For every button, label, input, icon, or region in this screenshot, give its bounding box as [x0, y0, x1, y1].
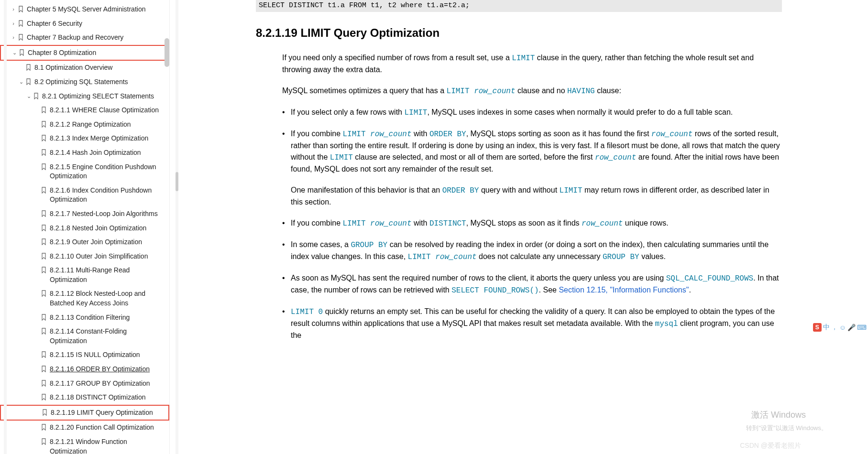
section-heading: 8.2.1.19 LIMIT Query Optimization	[256, 24, 782, 42]
toc-item-label: 8.2.1.16 ORDER BY Optimization	[50, 365, 165, 374]
toc-item[interactable]: ›Chapter 6 Security	[0, 17, 169, 31]
bookmark-icon	[40, 252, 47, 260]
bookmark-icon	[40, 327, 47, 335]
ime-toolbar[interactable]: S 中 ， ☺ 🎤 ⌨	[813, 323, 867, 332]
bookmark-icon	[40, 106, 47, 114]
list-item: In some cases, a GROUP BY can be resolve…	[282, 239, 782, 263]
toc-item[interactable]: 8.2.1.19 LIMIT Query Optimization	[0, 405, 169, 421]
toc-item[interactable]: 8.2.1.14 Constant-Folding Optimization	[0, 324, 169, 348]
chevron-right-icon[interactable]: ›	[10, 6, 17, 13]
bookmark-icon	[40, 313, 47, 321]
toc-item-label: 8.2.1 Optimizing SELECT Statements	[42, 92, 165, 101]
list-item: If you combine LIMIT row_count with ORDE…	[282, 128, 782, 208]
toc-item[interactable]: 8.2.1.15 IS NULL Optimization	[0, 348, 169, 362]
toc-item-label: 8.1 Optimization Overview	[34, 63, 165, 73]
toc-item[interactable]: 8.2.1.10 Outer Join Simplification	[0, 249, 169, 264]
toc-item-label: 8.2.1.12 Block Nested-Loop and Batched K…	[50, 289, 165, 308]
sql-code-block: SELECT DISTINCT t1.a FROM t1, t2 where t…	[256, 0, 782, 12]
toc-item-label: 8.2.1.18 DISTINCT Optimization	[50, 393, 165, 402]
toc-item[interactable]: 8.2.1.9 Outer Join Optimization	[0, 235, 169, 249]
toc-item-label: 8.2.1.21 Window Function Optimization	[50, 437, 165, 454]
toc-item[interactable]: 8.2.1.18 DISTINCT Optimization	[0, 390, 169, 405]
bookmark-icon	[18, 49, 25, 56]
toc-item[interactable]: 8.2.1.20 Function Call Optimization	[0, 421, 169, 435]
toc-item-label: 8.2.1.17 GROUP BY Optimization	[50, 379, 165, 389]
ime-mic-icon[interactable]: 🎤	[847, 324, 856, 331]
list-item: LIMIT 0 quickly returns an empty set. Th…	[282, 306, 782, 341]
watermark-csdn: CSDN @爱看老照片	[740, 442, 801, 450]
bookmark-icon	[40, 149, 47, 156]
ime-punct-icon[interactable]: ，	[831, 323, 838, 332]
toc-item[interactable]: 8.2.1.16 ORDER BY Optimization	[0, 362, 169, 377]
code-limit: LIMIT	[512, 54, 535, 63]
toc-item-label: 8.2.1.5 Engine Condition Pushdown Optimi…	[50, 162, 165, 181]
bookmark-icon	[40, 186, 47, 194]
ime-logo-icon: S	[813, 323, 822, 332]
toc-item[interactable]: 8.2.1.12 Block Nested-Loop and Batched K…	[0, 287, 169, 310]
toc-item-label: 8.2.1.4 Hash Join Optimization	[50, 148, 165, 158]
toc-item[interactable]: 8.2.1.5 Engine Condition Pushdown Optimi…	[0, 160, 169, 184]
list-item: If you select only a few rows with LIMIT…	[282, 107, 782, 119]
content-pane[interactable]: SELECT DISTINCT t1.a FROM t1, t2 where t…	[170, 0, 868, 454]
intro-paragraph-2: MySQL sometimes optimizes a query that h…	[282, 85, 782, 97]
chevron-down-icon[interactable]: ⌄	[25, 93, 33, 100]
toc-item[interactable]: 8.2.1.13 Condition Filtering	[0, 311, 169, 325]
toc-item[interactable]: 8.2.1.8 Nested Join Optimization	[0, 221, 169, 236]
toc-item[interactable]: ⌄Chapter 8 Optimization	[0, 45, 169, 61]
content-scroll-track	[176, 0, 178, 454]
bookmark-icon	[40, 365, 47, 373]
bookmark-icon	[40, 423, 47, 431]
content-scrollbar[interactable]	[176, 172, 178, 191]
bookmark-icon	[41, 409, 48, 416]
info-functions-link[interactable]: Section 12.15, "Information Functions"	[559, 286, 689, 294]
ime-keyboard-icon[interactable]: ⌨	[857, 324, 867, 331]
toc-item-label: 8.2.1.20 Function Call Optimization	[50, 423, 165, 432]
list-item: If you combine LIMIT row_count with DIST…	[282, 217, 782, 229]
toc-item[interactable]: 8.2.1.6 Index Condition Pushdown Optimiz…	[0, 184, 169, 207]
intro-paragraph-1: If you need only a specified number of r…	[282, 52, 782, 76]
chevron-down-icon[interactable]: ⌄	[17, 78, 25, 86]
toc-sidebar[interactable]: ›Chapter 5 MySQL Server Administration›C…	[0, 0, 170, 454]
bookmark-icon	[40, 210, 47, 217]
sub-paragraph: One manifestation of this behavior is th…	[291, 184, 782, 208]
bookmark-icon	[40, 266, 47, 274]
toc-item[interactable]: 8.2.1.7 Nested-Loop Join Algorithms	[0, 207, 169, 221]
toc-item[interactable]: ⌄8.2.1 Optimizing SELECT Statements	[0, 89, 169, 104]
bookmark-icon	[25, 64, 32, 71]
sidebar-scrollbar[interactable]	[165, 38, 169, 67]
bullet-list: If you select only a few rows with LIMIT…	[282, 107, 782, 341]
bookmark-icon	[40, 224, 47, 232]
bookmark-icon	[40, 163, 47, 171]
toc-item-label: 8.2.1.1 WHERE Clause Optimization	[50, 106, 165, 115]
bookmark-icon	[40, 393, 47, 401]
toc-item[interactable]: 8.2.1.11 Multi-Range Read Optimization	[0, 263, 169, 287]
bookmark-icon	[25, 78, 32, 86]
toc-item[interactable]: ›Chapter 7 Backup and Recovery	[0, 31, 169, 45]
toc-item[interactable]: 8.2.1.2 Range Optimization	[0, 118, 169, 132]
toc-item-label: 8.2.1.10 Outer Join Simplification	[50, 252, 165, 261]
chevron-right-icon[interactable]: ›	[10, 20, 17, 27]
chevron-right-icon[interactable]: ›	[10, 34, 17, 41]
toc-item[interactable]: ›Chapter 5 MySQL Server Administration	[0, 2, 169, 17]
toc-item-label: Chapter 7 Backup and Recovery	[27, 33, 165, 43]
toc-item[interactable]: 8.2.1.17 GROUP BY Optimization	[0, 377, 169, 391]
toc-item[interactable]: 8.2.1.4 Hash Join Optimization	[0, 146, 169, 160]
ime-lang-icon[interactable]: 中	[823, 323, 830, 332]
toc-item-label: 8.2.1.2 Range Optimization	[50, 120, 165, 130]
toc-item[interactable]: 8.1 Optimization Overview	[0, 61, 169, 75]
toc-item-label: 8.2.1.13 Condition Filtering	[50, 313, 165, 323]
chevron-down-icon[interactable]: ⌄	[11, 49, 18, 56]
toc-item[interactable]: 8.2.1.3 Index Merge Optimization	[0, 131, 169, 146]
watermark-settings: 转到"设置"以激活 Windows。	[746, 424, 827, 432]
toc-item[interactable]: ⌄8.2 Optimizing SQL Statements	[0, 75, 169, 89]
toc-item[interactable]: 8.2.1.21 Window Function Optimization	[0, 435, 169, 454]
bookmark-icon	[40, 438, 47, 445]
toc-item-label: 8.2.1.7 Nested-Loop Join Algorithms	[50, 209, 165, 219]
toc-item[interactable]: 8.2.1.1 WHERE Clause Optimization	[0, 103, 169, 118]
bookmark-icon	[40, 290, 47, 297]
bookmark-icon	[17, 33, 24, 41]
bookmark-icon	[17, 5, 24, 13]
toc-item-label: 8.2.1.8 Nested Join Optimization	[50, 224, 165, 233]
toc-item-label: 8.2.1.6 Index Condition Pushdown Optimiz…	[50, 186, 165, 205]
ime-emoji-icon[interactable]: ☺	[839, 324, 846, 331]
